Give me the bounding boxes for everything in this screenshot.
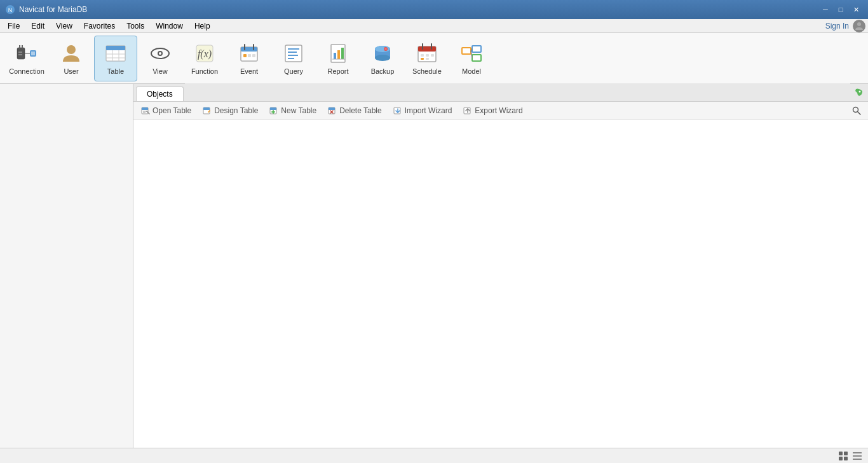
new-table-icon (269, 106, 278, 115)
model-label: Model (462, 67, 481, 75)
svg-rect-6 (18, 52, 22, 53)
left-sidebar (0, 84, 133, 448)
import-wizard-label: Import Wizard (405, 106, 452, 115)
svg-rect-27 (243, 54, 247, 57)
svg-rect-10 (31, 52, 35, 55)
new-table-button[interactable]: New Table (264, 105, 322, 116)
svg-rect-53 (421, 58, 424, 60)
svg-rect-82 (839, 452, 843, 455)
delete-table-label: Delete Table (339, 106, 382, 115)
table-icon (104, 42, 127, 65)
schedule-label: Schedule (412, 67, 442, 75)
open-table-icon (141, 106, 150, 115)
user-avatar (853, 20, 865, 32)
svg-rect-52 (431, 54, 434, 57)
open-table-button[interactable]: Open Table (136, 105, 196, 116)
svg-point-45 (384, 48, 387, 50)
close-button[interactable]: ✕ (849, 3, 863, 16)
svg-rect-55 (462, 48, 471, 54)
sign-in-link[interactable]: Sign In (825, 22, 849, 31)
svg-rect-69 (270, 107, 276, 110)
svg-line-81 (858, 111, 861, 114)
person-icon (854, 21, 864, 31)
svg-rect-66 (203, 107, 210, 110)
svg-rect-87 (853, 455, 862, 457)
design-table-label: Design Table (214, 106, 258, 115)
svg-rect-30 (285, 45, 302, 62)
sign-in-area: Sign In (825, 20, 865, 32)
delete-table-icon (328, 106, 337, 115)
import-wizard-button[interactable]: Import Wizard (388, 105, 458, 116)
toolbar-model[interactable]: Model (450, 36, 493, 81)
menu-tools[interactable]: Tools (121, 20, 149, 32)
toolbar-query[interactable]: Query (272, 36, 315, 81)
event-label: Event (240, 67, 258, 75)
svg-point-43 (375, 46, 390, 52)
grid-view-icon[interactable] (837, 450, 849, 462)
toolbar-view[interactable]: View (139, 36, 182, 81)
toolbar-backup[interactable]: Backup (361, 36, 404, 81)
toolbar: Connection User Table (0, 33, 868, 84)
model-icon (460, 42, 483, 65)
menu-bar: File Edit View Favorites Tools Window He… (0, 19, 868, 33)
svg-rect-7 (18, 54, 22, 55)
app-title: Navicat for MariaDB (19, 5, 87, 14)
export-wizard-icon (463, 106, 472, 115)
menu-favorites[interactable]: Favorites (79, 20, 120, 32)
toolbar-user[interactable]: User (50, 36, 93, 81)
delete-table-button[interactable]: Delete Table (323, 105, 387, 116)
toolbar-connection[interactable]: Connection (5, 36, 48, 81)
svg-rect-73 (329, 107, 335, 110)
main-layout: Objects (0, 84, 868, 448)
toolbar-event[interactable]: Event (227, 36, 271, 81)
svg-rect-28 (248, 54, 251, 57)
menu-file[interactable]: File (3, 20, 25, 32)
event-icon (238, 42, 261, 65)
svg-rect-50 (421, 54, 424, 57)
svg-rect-37 (337, 50, 340, 59)
function-icon: f(x) (193, 42, 216, 65)
report-icon (327, 42, 349, 65)
content-area: Objects (133, 84, 868, 448)
report-label: Report (327, 67, 348, 75)
filter-icon[interactable] (854, 87, 864, 97)
design-table-button[interactable]: Design Table (198, 105, 263, 116)
search-icon[interactable] (851, 106, 862, 116)
svg-point-11 (67, 45, 76, 54)
svg-rect-85 (844, 457, 848, 460)
query-label: Query (284, 67, 303, 75)
backup-label: Backup (371, 67, 395, 75)
menu-help[interactable]: Help (189, 20, 215, 32)
function-label: Function (191, 67, 218, 75)
export-wizard-button[interactable]: Export Wizard (458, 105, 527, 116)
action-bar-right (851, 106, 865, 116)
svg-rect-36 (334, 53, 336, 59)
svg-rect-13 (106, 46, 125, 50)
menu-edit[interactable]: Edit (26, 20, 50, 32)
toolbar-schedule[interactable]: Schedule (405, 36, 449, 81)
status-bar (0, 448, 868, 463)
svg-rect-4 (19, 45, 20, 48)
app-icon: N (5, 4, 15, 15)
svg-rect-84 (839, 457, 843, 460)
import-wizard-icon (393, 106, 402, 115)
new-table-label: New Table (281, 106, 316, 115)
menu-window[interactable]: Window (151, 20, 188, 32)
user-icon (60, 42, 83, 65)
title-bar: N Navicat for MariaDB ─ □ ✕ (0, 0, 868, 19)
connection-icon (15, 42, 38, 65)
maximize-button[interactable]: □ (834, 3, 848, 16)
action-bar: Open Table Design Table (133, 102, 868, 120)
objects-area (133, 120, 868, 448)
toolbar-table[interactable]: Table (94, 36, 137, 81)
svg-point-20 (159, 52, 161, 55)
minimize-button[interactable]: ─ (818, 3, 832, 16)
menu-view[interactable]: View (51, 20, 78, 32)
toolbar-report[interactable]: Report (316, 36, 360, 81)
objects-tab[interactable]: Objects (136, 86, 184, 101)
table-label: Table (107, 67, 124, 75)
list-view-icon[interactable] (851, 450, 863, 462)
view-label: View (153, 67, 168, 75)
toolbar-function[interactable]: f(x) Function (183, 36, 226, 81)
export-wizard-label: Export Wizard (475, 106, 522, 115)
